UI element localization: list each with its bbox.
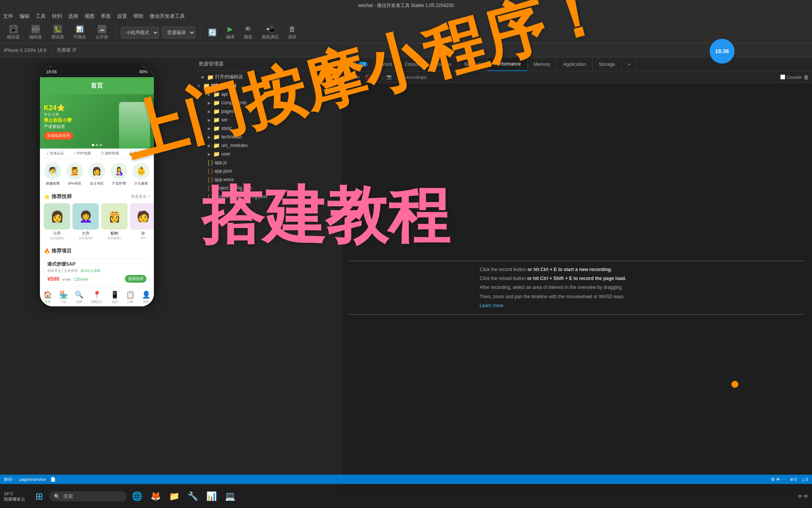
project-card[interactable]: 港式舒缓SAP 精致养生 | 全身推拿 超162人选择 ¥598 ¥798 12… <box>44 258 150 285</box>
menu-item-help[interactable]: 帮助 <box>133 13 143 20</box>
file-mp-weixin[interactable]: ▼ 📁 MP-WEIXIN <box>194 81 341 90</box>
taskbar-icon-app1[interactable]: 🦊 <box>147 488 164 505</box>
nav-order[interactable]: 📋 订单 <box>126 290 134 304</box>
hint-learn: Learn more <box>480 302 674 309</box>
download-icon: ↓ <box>381 75 384 79</box>
counter-checkbox[interactable] <box>780 74 785 79</box>
page-path[interactable]: pages/service <box>19 477 46 482</box>
cat-3[interactable]: 👩 女士专区 <box>88 162 105 186</box>
tab-application[interactable]: Application <box>557 57 593 71</box>
compile-select[interactable]: 普通编译 <box>162 27 195 38</box>
teacher-4[interactable]: 🧑 孙 305 <box>130 203 154 240</box>
file-static[interactable]: ▶ 📁 static <box>194 124 341 133</box>
tab-performance[interactable]: Performance <box>488 57 528 71</box>
devtools-tabs: 试验 3.9 Wxml Console Sources Network Perf… <box>341 57 812 71</box>
menu-item-edit[interactable]: 编辑 <box>19 13 29 20</box>
file-appwxss[interactable]: { } app.wxss <box>194 175 341 184</box>
clear-btn[interactable]: 🗑 清存 <box>285 24 300 41</box>
divider-1 <box>116 26 116 40</box>
nav-map[interactable]: 📍 地图找人 <box>91 290 103 304</box>
teacher-3[interactable]: 👸 貂蝉 30天接单0 <box>101 203 128 240</box>
more-icon[interactable]: ··· <box>332 61 336 67</box>
editor-icon: </> <box>31 25 40 33</box>
visual-icon: 📊 <box>76 25 84 33</box>
search-bar[interactable]: 🔍 搜索 <box>49 491 127 501</box>
nav-store[interactable]: 🏪 门店 <box>59 290 68 304</box>
editor-btn[interactable]: </> 编辑器 <box>26 23 45 41</box>
taskbar-icon-app3[interactable]: 🔧 <box>184 488 201 505</box>
menu-item-settings[interactable]: 设置 <box>117 13 127 20</box>
menu-item-file[interactable]: 文件 <box>3 13 13 20</box>
file-appjson[interactable]: { } app.json <box>194 167 341 175</box>
file-api[interactable]: ▶ 📁 api <box>194 90 341 98</box>
tab-wxml[interactable]: Wxml <box>374 57 398 71</box>
taskbar-icon-app2[interactable]: 📁 <box>166 488 183 505</box>
menu-item-tool[interactable]: 工具 <box>36 13 46 20</box>
hint-drag: After recording, select an area of inter… <box>480 284 674 291</box>
taskbar-icon-app4[interactable]: 📊 <box>203 488 220 505</box>
reload-btn[interactable]: ↻ <box>354 74 361 81</box>
counter-delete-icon[interactable]: 🗑 <box>803 74 809 80</box>
project-btn[interactable]: 选择技师 <box>125 275 147 283</box>
teacher-photo-1: 👩 <box>44 203 70 230</box>
nav-profile[interactable]: 👤 我的 <box>142 290 150 304</box>
price-section: ¥598 ¥798 120分钟 <box>47 275 88 282</box>
phone-time: 18:06 <box>46 69 57 74</box>
tab-network[interactable]: Network <box>458 57 488 71</box>
menu-item-view[interactable]: 视图 <box>84 13 95 20</box>
cloud-btn[interactable]: ☁ 云开发 <box>92 23 111 41</box>
menu-item-interface[interactable]: 界面 <box>101 13 111 20</box>
cat-2[interactable]: 💆 SPA专区 <box>66 162 83 186</box>
app-banner[interactable]: K24⭐ 专业·正规 禁止收取小费 严谨黄贴害 欢迎临幸至尊 <box>40 94 154 149</box>
bottom-nav: 🏠 首页 🏪 门店 🔍 技师 📍 地图找人 📱 动态 <box>40 288 154 306</box>
tab-more[interactable]: » <box>622 57 637 71</box>
file-components[interactable]: ▶ 📁 components <box>194 98 341 107</box>
realtest-btn[interactable]: 📲 真机调试 <box>259 23 282 41</box>
file-pages[interactable]: ▶ 📁 pages <box>194 107 341 116</box>
cat-5[interactable]: 👶 小儿推拿 <box>133 162 150 186</box>
cat-4[interactable]: 🤱 产后护理 <box>110 162 128 186</box>
cat-1[interactable]: 🧖 保健按摩 <box>44 162 61 186</box>
tab-memory[interactable]: Memory <box>528 57 557 71</box>
banner-cta[interactable]: 欢迎临幸至尊 <box>44 132 73 140</box>
banner-tag1: 专业·正规 <box>44 112 73 117</box>
teachers-more[interactable]: 查看更多 > <box>131 194 150 199</box>
tab-storage[interactable]: Storage <box>593 57 622 71</box>
refresh-btn[interactable]: 🔄 <box>205 27 220 38</box>
record-btn[interactable]: ⏺ <box>344 74 351 81</box>
heatmap-info[interactable]: 热重载 开 <box>57 47 77 54</box>
file-user[interactable]: ▶ 📁 user <box>194 150 341 158</box>
nav-dynamic[interactable]: 📱 动态 <box>110 290 119 304</box>
taskbar-icon-browser[interactable]: 🌐 <box>128 488 145 505</box>
learn-more-link[interactable]: Learn more <box>480 303 503 308</box>
tab-trial[interactable]: 试验 3.9 <box>341 57 374 71</box>
simulator-btn[interactable]: 📱 模拟器 <box>4 23 23 41</box>
taskbar-icon-app5[interactable]: 💻 <box>221 488 238 505</box>
nav-technician[interactable]: 🔍 技师 <box>75 290 83 304</box>
file-project-private[interactable]: { } project.private.config.json <box>194 192 341 201</box>
file-uni-modules[interactable]: ▶ 📁 uni_modules <box>194 141 341 150</box>
file-technician[interactable]: ▶ 📁 technician <box>194 133 341 141</box>
file-ser[interactable]: ▶ 📁 ser <box>194 116 341 124</box>
debug-btn[interactable]: 🐛 调试器 <box>48 23 67 41</box>
folder-icon-comp: 📁 <box>213 100 220 106</box>
app-header: 首页 <box>40 77 154 94</box>
file-open-editors[interactable]: ▶ 📁 打开的编辑器 <box>194 73 341 81</box>
mode-select[interactable]: 小程序模式 <box>121 27 159 38</box>
visual-btn[interactable]: 📊 可视化 <box>70 23 89 41</box>
nav-home[interactable]: 🏠 首页 <box>43 290 52 304</box>
menu-item-goto[interactable]: 转到 <box>52 13 62 20</box>
file-project-config[interactable]: { } project.config.json <box>194 184 341 192</box>
menu-item-wechat[interactable]: 微信开发者工具 <box>150 13 185 20</box>
preview-btn[interactable]: 👁 预览 <box>241 24 255 41</box>
teacher-1[interactable]: 👩 小乔 30天接单0 <box>44 203 70 240</box>
clear-perf-btn[interactable]: 🚫 <box>364 74 371 81</box>
compile-btn[interactable]: ▶ 编译 <box>223 23 238 41</box>
start-button[interactable]: ⊞ <box>31 488 48 505</box>
tab-console[interactable]: Console <box>398 57 428 71</box>
teacher-2[interactable]: 👩‍🦱 大乔 30天接单0 <box>72 203 99 240</box>
tab-sources[interactable]: Sources <box>428 57 458 71</box>
menu-item-select[interactable]: 选择 <box>68 13 78 20</box>
file-appjs[interactable]: { } app.js <box>194 158 341 167</box>
device-info[interactable]: iPhone X 100% 16:9 <box>4 48 46 53</box>
